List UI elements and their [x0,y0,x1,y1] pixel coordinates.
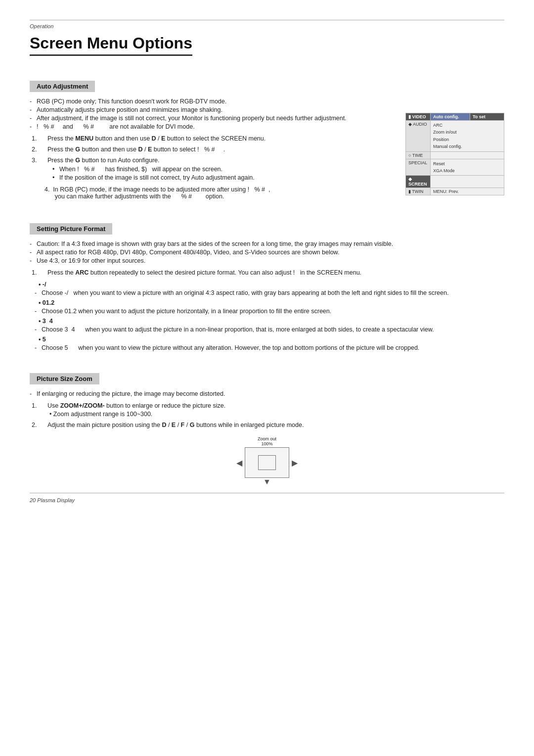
zoom-diagram-container: Zoom out100% ◀ ▶ ▼ [245,436,289,478]
auto-adj-bullet-1: RGB (PC) mode only; This function doesn'… [30,98,391,105]
page-title: Screen Menu Options [30,34,192,56]
picture-size-zoom-section: Picture Size Zoom If enlarging or reduci… [30,363,504,478]
sub-bullet-position: If the position of the image is still no… [52,174,391,181]
spf-caution-3: Use 4:3, or 16:9 for other input sources… [30,257,504,264]
auto-adj-step3-sub: When ! % # has finished, $) will appear … [47,166,391,181]
screen-label: ◆ SCREEN [406,176,431,188]
auto-adj-bullet-list: RGB (PC) mode only; This function doesn'… [30,98,391,130]
psz-bullet-1: If enlarging or reducing the picture, th… [30,390,504,397]
menu-row-video: ▮ VIDEO Auto config. To set [406,113,504,121]
zoom-inner-box [258,455,276,470]
auto-adj-bullet-4: ! % # and % # are not available for DVI … [30,123,391,130]
arrow-down-icon: ▼ [263,477,271,486]
psz-bullets: If enlarging or reducing the picture, th… [30,390,504,397]
psz-step-1: Use ZOOM+/ZOOM- button to enlarge or red… [39,402,504,418]
spf-point4-desc-list: Choose 5 when you want to view the pictu… [30,344,504,351]
spf-point4-label: • 5 [30,336,504,343]
page: Operation Screen Menu Options Auto Adjus… [0,0,534,756]
menu-row-time: ○ TIME [406,151,504,159]
spf-point1-desc-list: Choose -/ when you want to view a pictur… [30,289,504,296]
auto-adj-step-4: 4. In RGB (PC) mode, if the image needs … [30,186,391,200]
spf-point1-desc: Choose -/ when you want to view a pictur… [35,289,504,296]
auto-adj-bullet-3: After adjustment, if the image is still … [30,115,391,122]
audio-label: ◆ AUDIO [406,121,431,152]
zoom-out-label: Zoom out100% [245,436,289,446]
special-options: ResetXGA Mode [431,159,504,176]
zoom-diagram: Zoom out100% ◀ ▶ ▼ [30,436,504,478]
bottom-rule: 20 Plasma Display [30,493,504,504]
auto-adj-step-2: Press the G button and then use D / E bu… [39,146,391,153]
spf-point3-desc: Choose 3 4 when you want to adjust the p… [35,326,504,333]
footer-page-label: 20 Plasma Display [30,497,75,503]
menu-table: ▮ VIDEO Auto config. To set ◆ AUDIO ARCZ… [405,113,504,195]
setting-picture-format-header: Setting Picture Format [30,223,112,235]
auto-adjustment-section: Auto Adjustment RGB (PC) mode only; This… [30,71,504,201]
video-label: ▮ VIDEO [406,113,431,121]
menu-row-screen: ◆ SCREEN [406,176,504,188]
arrow-left-icon: ◀ [236,458,242,468]
psz-steps: Use ZOOM+/ZOOM- button to enlarge or red… [30,402,504,428]
special-label: SPECIAL [406,159,431,176]
screen-options [431,176,504,188]
time-label: ○ TIME [406,151,431,159]
auto-adjustment-header: Auto Adjustment [30,81,95,92]
auto-adj-steps: Press the MENU button and then use D / E… [30,135,391,181]
menu-row-special: SPECIAL ResetXGA Mode [406,159,504,176]
psz-step-2: Adjust the main picture position using t… [39,422,504,428]
to-set-label: To set [470,113,504,121]
menu-row-twin: ▮ TWIN MENU: Prev. [406,188,504,195]
spf-step-1: Press the ARC button repeatedly to selec… [39,269,504,276]
auto-adjustment-main-content: RGB (PC) mode only; This function doesn'… [30,98,391,201]
auto-adj-bullet-2: Automatically adjusts picture position a… [30,106,391,113]
spf-point3-desc-list: Choose 3 4 when you want to adjust the p… [30,326,504,333]
auto-adj-step-1: Press the MENU button and then use D / E… [39,135,391,142]
spf-steps: Press the ARC button repeatedly to selec… [30,269,504,276]
setting-picture-format-section: Setting Picture Format Caution: If a 4:3… [30,213,504,351]
picture-size-zoom-header: Picture Size Zoom [30,373,99,384]
auto-config-highlight: Auto config. [431,113,470,121]
twin-label: ▮ TWIN [406,188,431,195]
spf-point2-desc-list: Choose 01.2 when you want to adjust the … [30,308,504,315]
screen-menu-diagram: ▮ VIDEO Auto config. To set ◆ AUDIO ARCZ… [405,113,504,195]
spf-point1-label: • -/ [30,281,504,288]
spf-caution-1: Caution: If a 4:3 fixed image is shown w… [30,240,504,247]
spf-caution-2: All aspect ratio for RGB 480p, DVI 480p,… [30,249,504,256]
menu-row-audio: ◆ AUDIO ARCZoom in/outPositionManual con… [406,121,504,152]
twin-options: MENU: Prev. [431,188,504,195]
operation-label: Operation [30,23,504,29]
top-rule [30,20,504,20]
time-options [431,151,504,159]
audio-options: ARCZoom in/outPositionManual config. [431,121,504,152]
spf-caution-bullets: Caution: If a 4:3 fixed image is shown w… [30,240,504,264]
spf-point3-label: • 3 4 [30,318,504,325]
auto-adjustment-content-area: RGB (PC) mode only; This function doesn'… [30,98,504,201]
spf-point2-desc: Choose 01.2 when you want to adjust the … [35,308,504,315]
spf-point4-desc: Choose 5 when you want to view the pictu… [35,344,504,351]
zoom-outer-box: ◀ ▶ ▼ [245,447,289,478]
spf-point2-label: • 01.2 [30,299,504,306]
auto-adj-step-3: Press the G button to run Auto configure… [39,157,391,181]
sub-bullet-finished: When ! % # has finished, $) will appear … [52,166,391,173]
zoom-sub-bullet: • Zoom adjustment range is 100~300. [47,411,504,418]
arrow-right-icon: ▶ [292,458,298,468]
